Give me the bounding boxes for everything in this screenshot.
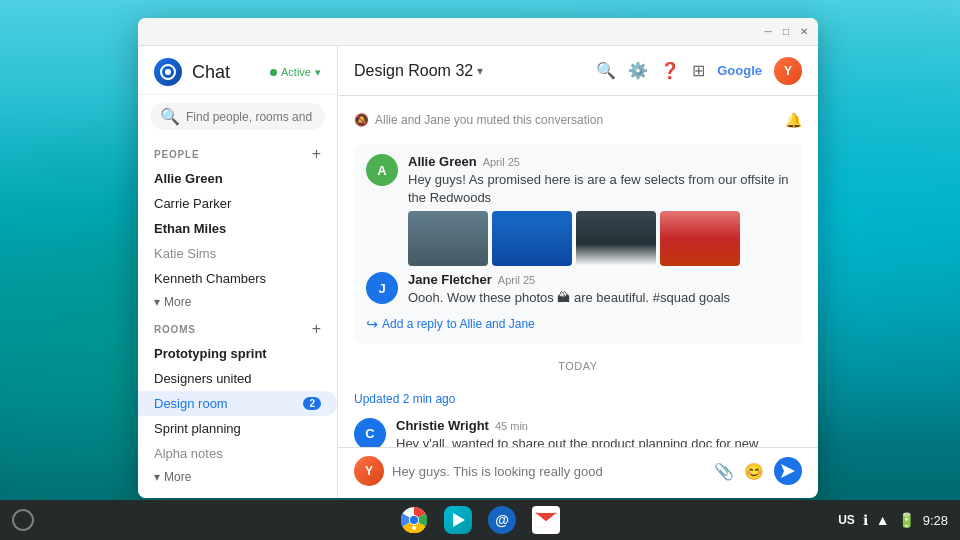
taskbar-app-chrome[interactable] — [400, 506, 428, 534]
allie-message-header: Allie Green April 25 — [408, 154, 790, 169]
room-dropdown-icon[interactable]: ▾ — [477, 64, 483, 78]
attachment-icon[interactable]: 📎 — [714, 462, 734, 481]
svg-marker-9 — [453, 513, 465, 527]
christie-text: Hey y'all, wanted to share out the produ… — [396, 435, 802, 447]
people-section-label: PEOPLE — [154, 149, 199, 160]
jane-message-content: Jane Fletcher April 25 Oooh. Wow these p… — [408, 272, 790, 307]
add-room-button[interactable]: + — [312, 321, 321, 337]
sidebar: Chat Active ▾ 🔍 PEOPLE + Allie Green Car… — [138, 46, 338, 498]
sidebar-item-allie-green[interactable]: Allie Green — [138, 166, 337, 191]
gmail-icon — [532, 506, 560, 534]
close-button[interactable]: ✕ — [798, 26, 810, 38]
message-row-christie: C Christie Wright 45 min Hey y'all, want… — [354, 418, 802, 447]
chat-header: Design Room 32 ▾ 🔍 ⚙️ ❓ ⊞ Google Y — [338, 46, 818, 96]
taskbar-app-gmail[interactable] — [532, 506, 560, 534]
mute-icon[interactable]: 🔔 — [785, 112, 802, 128]
settings-header-icon[interactable]: ⚙️ — [628, 61, 648, 80]
chevron-down-icon: ▾ — [154, 295, 160, 309]
jane-time: April 25 — [498, 274, 535, 286]
christie-time: 45 min — [495, 420, 528, 432]
taskbar-app-at[interactable]: @ — [488, 506, 516, 534]
chat-input[interactable] — [392, 464, 706, 479]
jane-author: Jane Fletcher — [408, 272, 492, 287]
photo-3[interactable] — [576, 211, 656, 266]
play-store-icon — [444, 506, 472, 534]
sidebar-item-kenneth-chambers[interactable]: Kenneth Chambers — [138, 266, 337, 291]
at-icon: @ — [488, 506, 516, 534]
app-title: Chat — [192, 62, 230, 83]
sidebar-item-ethan-miles[interactable]: Ethan Miles — [138, 216, 337, 241]
sidebar-item-prototyping-sprint[interactable]: Prototyping sprint — [138, 341, 337, 366]
old-message-group: A Allie Green April 25 Hey guys! As prom… — [354, 144, 802, 344]
allie-time: April 25 — [483, 156, 520, 168]
people-more-toggle[interactable]: ▾ More — [138, 291, 337, 313]
minimize-button[interactable]: ─ — [762, 26, 774, 38]
svg-point-1 — [165, 69, 171, 75]
sidebar-item-katie-sims[interactable]: Katie Sims — [138, 241, 337, 266]
updated-notice: Updated 2 min ago — [354, 388, 802, 410]
wifi-icon[interactable]: ▲ — [876, 512, 890, 528]
add-bot-button[interactable]: + — [312, 496, 321, 498]
message-row-allie: A Allie Green April 25 Hey guys! As prom… — [366, 154, 790, 266]
room-title: Design Room 32 ▾ — [354, 62, 483, 80]
status-dot — [270, 69, 277, 76]
sidebar-item-design-room[interactable]: Design room 2 — [138, 391, 337, 416]
bots-section-header: BOTS + — [138, 488, 337, 498]
rooms-section-header: ROOMS + — [138, 313, 337, 341]
google-button[interactable]: Google — [717, 63, 762, 78]
search-header-icon[interactable]: 🔍 — [596, 61, 616, 80]
header-actions: 🔍 ⚙️ ❓ ⊞ Google Y — [596, 57, 802, 85]
send-button[interactable] — [774, 457, 802, 485]
rooms-more-toggle[interactable]: ▾ More — [138, 466, 337, 488]
jane-message-header: Jane Fletcher April 25 — [408, 272, 790, 287]
svg-point-8 — [410, 516, 418, 524]
allie-author: Allie Green — [408, 154, 477, 169]
allie-text: Hey guys! As promised here is are a few … — [408, 171, 790, 207]
photo-row — [408, 211, 790, 266]
messages-area[interactable]: 🔕 Allie and Jane you muted this conversa… — [338, 96, 818, 447]
app-logo — [154, 58, 182, 86]
photo-2[interactable] — [492, 211, 572, 266]
allie-message-content: Allie Green April 25 Hey guys! As promis… — [408, 154, 790, 266]
photo-1[interactable] — [408, 211, 488, 266]
app-window: ─ □ ✕ Chat Active ▾ 🔍 — [138, 18, 818, 498]
search-bar[interactable]: 🔍 — [150, 103, 325, 130]
reply-arrow-icon: ↩ — [366, 316, 378, 332]
christie-message-content: Christie Wright 45 min Hey y'all, wanted… — [396, 418, 802, 447]
design-room-badge: 2 — [303, 397, 321, 410]
taskbar-right: US ℹ ▲ 🔋 9:28 — [838, 512, 948, 528]
add-person-button[interactable]: + — [312, 146, 321, 162]
help-header-icon[interactable]: ❓ — [660, 61, 680, 80]
rooms-section-label: ROOMS — [154, 324, 196, 335]
app-content: Chat Active ▾ 🔍 PEOPLE + Allie Green Car… — [138, 46, 818, 498]
day-divider: TODAY — [354, 352, 802, 380]
sidebar-item-sprint-planning[interactable]: Sprint planning — [138, 416, 337, 441]
maximize-button[interactable]: □ — [780, 26, 792, 38]
people-section-header: PEOPLE + — [138, 138, 337, 166]
status-badge: Active ▾ — [270, 66, 321, 79]
sidebar-item-alpha-notes[interactable]: Alpha notes — [138, 441, 337, 466]
chevron-down-icon-rooms: ▾ — [154, 470, 160, 484]
input-user-avatar: Y — [354, 456, 384, 486]
sidebar-item-designers-united[interactable]: Designers united — [138, 366, 337, 391]
battery-icon[interactable]: 🔋 — [898, 512, 915, 528]
sidebar-item-carrie-parker[interactable]: Carrie Parker — [138, 191, 337, 216]
jane-avatar: J — [366, 272, 398, 304]
taskbar-app-play[interactable] — [444, 506, 472, 534]
search-input[interactable] — [186, 110, 315, 124]
grid-header-icon[interactable]: ⊞ — [692, 61, 705, 80]
photo-4[interactable] — [660, 211, 740, 266]
chat-area: Design Room 32 ▾ 🔍 ⚙️ ❓ ⊞ Google Y 🔕 All… — [338, 46, 818, 498]
info-icon[interactable]: ℹ — [863, 512, 868, 528]
bell-slash-icon: 🔕 — [354, 113, 369, 127]
system-time: 9:28 — [923, 513, 948, 528]
taskbar-left — [12, 509, 34, 531]
status-chevron: ▾ — [315, 66, 321, 79]
emoji-icon[interactable]: 😊 — [744, 462, 764, 481]
reply-button[interactable]: ↩ Add a reply to Allie and Jane — [366, 314, 790, 334]
taskbar-circle-button[interactable] — [12, 509, 34, 531]
status-label: Active — [281, 66, 311, 78]
region-label: US — [838, 513, 855, 527]
user-avatar[interactable]: Y — [774, 57, 802, 85]
jane-text: Oooh. Wow these photos 🏔 are beautiful. … — [408, 289, 790, 307]
